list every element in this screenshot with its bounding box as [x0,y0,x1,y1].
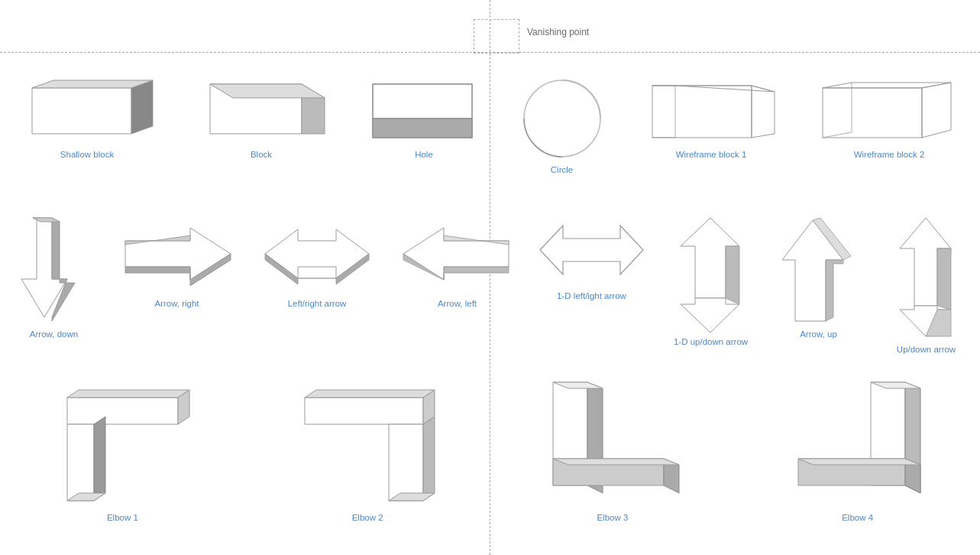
elbow-3-label: Elbow 3 [597,512,628,524]
shape-leftright-arrow[interactable]: Left/right arrow [256,214,378,310]
arrow-left-label: Arrow, left [438,298,477,310]
shape-1d-updown-arrow[interactable]: 1-D up/down arrow [667,214,755,348]
shape-block[interactable]: Block [191,76,332,161]
svg-marker-1 [131,80,153,134]
svg-marker-0 [32,88,131,134]
1d-updown-arrow-label: 1-D up/down arrow [674,336,748,348]
svg-marker-16 [922,83,951,138]
arrow-right-label: Arrow, right [154,298,199,310]
svg-marker-46 [67,424,94,501]
shape-circle[interactable]: Circle [516,76,608,176]
arrow-up-label: Arrow, up [800,329,837,340]
leftright-arrow-label: Left/right arrow [288,298,347,310]
svg-marker-17 [823,83,951,88]
svg-marker-47 [94,417,105,501]
svg-rect-10 [652,86,752,138]
block-label: Block [251,149,272,161]
elbow-1-label: Elbow 1 [107,512,138,524]
row-3: Elbow 1 Elbow 2 Elbow 3 [0,375,980,524]
svg-marker-11 [752,86,775,138]
shape-arrow-up[interactable]: Arrow, up [775,214,862,340]
svg-marker-41 [937,248,951,310]
shape-arrow-left[interactable]: Arrow, left [398,214,516,310]
circle-label: Circle [551,164,573,176]
svg-marker-33 [681,298,739,333]
vanishing-point-box [474,19,519,54]
svg-marker-43 [67,398,178,424]
svg-marker-49 [305,398,423,424]
shape-elbow-4[interactable]: Elbow 4 [787,375,928,524]
svg-marker-34 [726,246,739,304]
shape-wireframe-block-1[interactable]: Wireframe block 1 [641,76,782,161]
svg-marker-45 [67,390,189,398]
svg-rect-7 [373,118,472,138]
wireframe-block-2-label: Wireframe block 2 [854,149,925,161]
shape-elbow-2[interactable]: Elbow 2 [297,375,438,524]
elbow-4-label: Elbow 4 [842,512,873,524]
shape-elbow-3[interactable]: Elbow 3 [542,375,683,524]
shape-hole[interactable]: Hole [365,76,484,161]
updown-arrow-label: Up/down arrow [897,344,956,355]
hole-label: Hole [415,149,433,161]
1d-leftright-arrow-label: 1-D left/ight arrow [557,290,626,302]
svg-rect-15 [823,88,922,138]
elbow-2-label: Elbow 2 [352,512,383,524]
shape-arrow-right[interactable]: Arrow, right [118,214,236,310]
svg-marker-2 [32,80,153,88]
row-2: Arrow, down Arrow, right Left/right arro… [0,214,980,355]
svg-marker-21 [52,218,75,321]
shape-1d-leftright-arrow[interactable]: 1-D left/ight arrow [536,214,647,302]
svg-marker-65 [798,459,920,465]
svg-marker-52 [389,424,423,501]
svg-marker-51 [305,390,435,398]
shallow-block-label: Shallow block [60,149,114,161]
vanishing-point-label: Vanishing point [527,27,589,37]
svg-marker-31 [540,226,643,274]
arrow-down-label: Arrow, down [30,329,78,340]
shape-arrow-down[interactable]: Arrow, down [10,214,98,340]
svg-marker-36 [826,260,843,321]
shape-updown-arrow[interactable]: Up/down arrow [882,214,970,355]
svg-marker-59 [553,459,679,465]
shape-elbow-1[interactable]: Elbow 1 [52,375,193,524]
row-1: Shallow block Block Hole Circle [0,76,980,176]
wireframe-block-1-label: Wireframe block 1 [676,149,747,161]
svg-marker-53 [423,417,435,501]
shape-wireframe-block-2[interactable]: Wireframe block 2 [815,76,964,161]
shape-shallow-block[interactable]: Shallow block [17,76,158,161]
